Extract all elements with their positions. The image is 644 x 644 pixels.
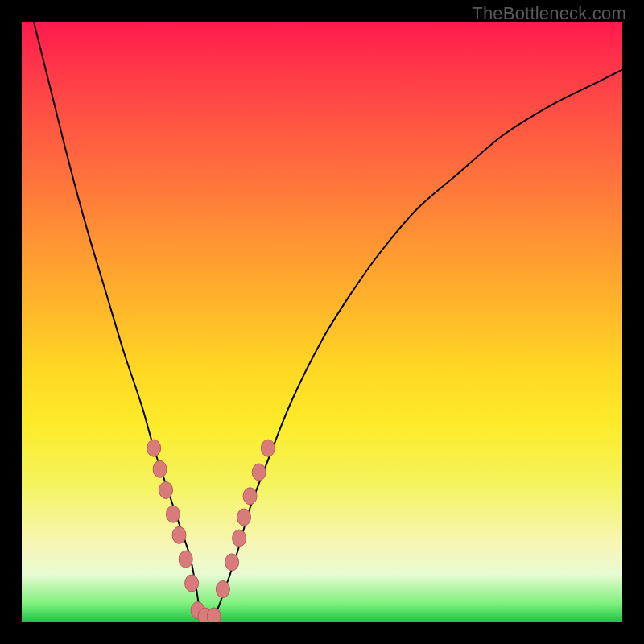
marker-point <box>261 440 275 456</box>
bottleneck-curve <box>34 22 622 620</box>
marker-point <box>252 464 266 481</box>
marker-point <box>179 551 192 568</box>
marker-point <box>233 530 246 547</box>
marker-point <box>159 481 173 498</box>
marker-point <box>153 460 167 477</box>
marker-point <box>185 575 199 592</box>
marker-point <box>207 608 221 622</box>
curve-svg <box>22 22 622 622</box>
marker-point <box>225 554 239 571</box>
marker-point <box>216 581 229 598</box>
marker-point <box>167 506 180 522</box>
watermark-text: TheBottleneck.com <box>472 3 626 24</box>
marker-point <box>172 526 186 543</box>
plot-area <box>22 22 622 622</box>
highlighted-points <box>147 440 275 622</box>
chart-frame: TheBottleneck.com <box>0 0 644 644</box>
marker-point <box>237 509 251 526</box>
marker-point <box>147 440 161 456</box>
marker-point <box>243 488 257 505</box>
